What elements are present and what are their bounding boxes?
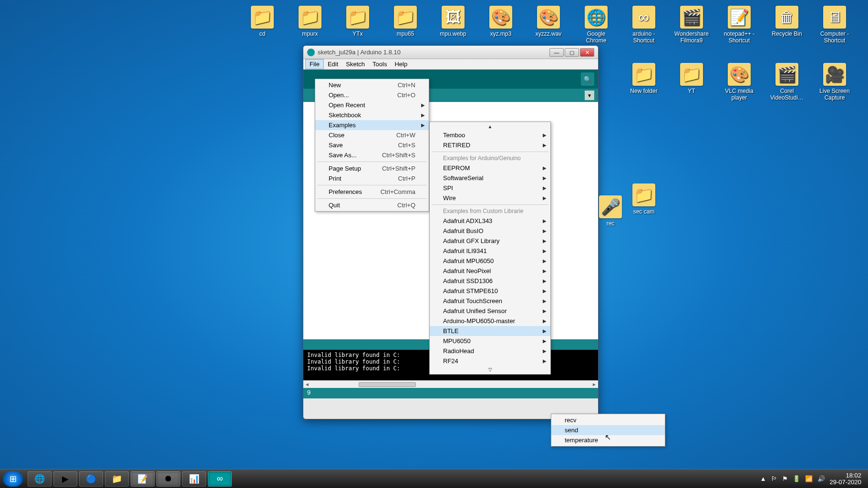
example-adafruit-busio[interactable]: Adafruit BusIO▶ [430,226,550,236]
desktop-icon-xyzzz-wav[interactable]: 🎨xyzzz.wav [529,6,568,37]
folder-icon: 📁 [346,6,369,29]
example-radiohead[interactable]: RadioHead▶ [430,346,550,356]
task-notepad[interactable]: 📝 [131,471,155,487]
example-eeprom[interactable]: EEPROM▶ [430,163,550,173]
window-title: sketch_jul29a | Arduino 1.8.10 [318,49,549,56]
menuitem-new[interactable]: NewCtrl+N [315,80,429,90]
example-adafruit-touchscreen[interactable]: Adafruit TouchScreen▶ [430,296,550,306]
example-wire[interactable]: Wire▶ [430,193,550,203]
tray-volume-icon[interactable]: 🔊 [817,475,825,482]
task-arduino[interactable]: ∞ [208,471,232,487]
scroll-cap[interactable]: ▲ [430,123,550,130]
desktop-icon-corel-videostudi-[interactable]: 🎬Corel VideoStudi… [768,63,806,101]
menuitem-open-[interactable]: Open...Ctrl+O [315,90,429,100]
menuitem-save[interactable]: SaveCtrl+S [315,140,429,150]
example-adafruit-ssd1306[interactable]: Adafruit SSD1306▶ [430,276,550,286]
horizontal-scrollbar[interactable]: ◄► [303,380,598,388]
folder-icon: 📁 [632,183,655,206]
folder-icon: 🎬 [775,63,798,86]
scroll-cap[interactable]: ▽ [430,366,550,373]
desktop-icon-computer-shortcut[interactable]: 🖥Computer - Shortcut [816,6,854,44]
desktop-icon-xyz-mp3[interactable]: 🎨xyz.mp3 [482,6,520,37]
task-ie[interactable]: 🌐 [28,471,52,487]
menuitem-print[interactable]: PrintCtrl+P [315,173,429,183]
btle-recv[interactable]: recv [551,415,665,425]
example-adafruit-unified-sensor[interactable]: Adafruit Unified Sensor▶ [430,306,550,316]
tray-flag-icon[interactable]: ⚑ [782,475,788,482]
desktop-icon-sec-cam[interactable]: 📁sec cam [625,183,663,215]
menu-file[interactable]: File [305,59,324,69]
folder-icon: 📁 [632,63,655,86]
desktop-icon-new-folder[interactable]: 📁New folder [625,63,663,94]
system-tray[interactable]: ▲ 🏳 ⚑ 🔋 📶 🔊 18:02 29-07-2020 [760,472,865,486]
tray-power-icon[interactable]: 🔋 [793,475,800,482]
btle-send[interactable]: send [551,425,665,435]
task-chrome[interactable]: 🔵 [79,471,103,487]
desktop-icon-recycle-bin[interactable]: 🗑Recycle Bin [768,6,806,37]
tray-action-icon[interactable]: 🏳 [771,475,777,482]
close-button[interactable]: ✕ [580,48,594,57]
example-adafruit-neopixel[interactable]: Adafruit NeoPixel▶ [430,266,550,276]
example-adafruit-ili9341[interactable]: Adafruit ILI9341▶ [430,246,550,256]
example-temboo[interactable]: Temboo▶ [430,130,550,140]
desktop-icon-live-screen-capture[interactable]: 🎥Live Screen Capture [816,63,854,101]
menu-tools[interactable]: Tools [369,60,391,69]
desktop-icon-arduino-shortcut[interactable]: ∞arduino - Shortcut [625,6,663,44]
task-explorer[interactable]: 📁 [105,471,129,487]
task-app[interactable]: 📊 [182,471,206,487]
tab-dropdown-icon[interactable]: ▼ [585,91,594,100]
folder-icon: 📁 [394,6,417,29]
menuitem-open-recent[interactable]: Open Recent▶ [315,100,429,110]
example-rf24[interactable]: RF24▶ [430,356,550,366]
minimize-button[interactable]: — [549,48,564,57]
desktop-icon-wondershare-filmora9[interactable]: 🎬Wondershare Filmora9 [672,6,711,44]
folder-icon: 🎤 [599,195,622,218]
example-arduino-mpu6050-master[interactable]: Arduino-MPU6050-master▶ [430,316,550,326]
desktop-icon-yt[interactable]: 📁YT [672,63,711,94]
desktop-icon-vlc-media-player[interactable]: 🎨VLC media player [720,63,758,101]
folder-icon: 📁 [299,6,321,29]
task-wmp[interactable]: ▶ [53,471,77,487]
btle-temperature[interactable]: temperature [551,435,665,445]
menuitem-preferences[interactable]: PreferencesCtrl+Comma [315,187,429,197]
example-adafruit-mpu6050[interactable]: Adafruit MPU6050▶ [430,256,550,266]
menuitem-page-setup[interactable]: Page SetupCtrl+Shift+P [315,163,429,173]
folder-icon: 🎨 [537,6,560,29]
maximize-button[interactable]: ▢ [565,48,579,57]
tray-up-icon[interactable]: ▲ [760,475,766,482]
menu-sketch[interactable]: Sketch [342,60,369,69]
desktop-icon-cd[interactable]: 📁cd [243,6,281,37]
desktop-icon-mpu65[interactable]: 📁mpu65 [386,6,424,37]
desktop-icon-mpurx[interactable]: 📁mpurx [291,6,329,37]
example-btle[interactable]: BTLE▶ [430,326,550,336]
task-recorder[interactable]: ⏺ [156,471,180,487]
example-mpu6050[interactable]: MPU6050▶ [430,336,550,346]
serial-monitor-button[interactable]: 🔍 [581,72,594,86]
menu-help[interactable]: Help [391,60,411,69]
start-button[interactable]: ⊞ [3,471,23,487]
desktop-icon-mpu-webp[interactable]: 🖼mpu.webp [434,6,472,37]
icon-label: VLC media player [720,88,758,101]
clock[interactable]: 18:02 29-07-2020 [830,472,862,486]
example-adafruit-stmpe610[interactable]: Adafruit STMPE610▶ [430,286,550,296]
example-adafruit-adxl343[interactable]: Adafruit ADXL343▶ [430,216,550,226]
menuitem-quit[interactable]: QuitCtrl+Q [315,200,429,210]
example-retired[interactable]: RETIRED▶ [430,140,550,150]
menuitem-close[interactable]: CloseCtrl+W [315,130,429,140]
icon-label: Live Screen Capture [816,88,854,101]
example-softwareserial[interactable]: SoftwareSerial▶ [430,173,550,183]
desktop-icon-notepad-shortcut[interactable]: 📝notepad++ - Shortcut [720,6,758,44]
desktop-icon-google-chrome[interactable]: 🌐Google Chrome [577,6,615,44]
menuitem-save-as-[interactable]: Save As...Ctrl+Shift+S [315,150,429,160]
example-adafruit-gfx-library[interactable]: Adafruit GFX Library▶ [430,236,550,246]
menuitem-sketchbook[interactable]: Sketchbook▶ [315,110,429,120]
desktop-icon-rec[interactable]: 🎤rec [591,195,630,227]
arduino-icon [307,49,315,56]
icon-label: mpurx [291,30,329,37]
tray-network-icon[interactable]: 📶 [805,475,813,482]
example-spi[interactable]: SPI▶ [430,183,550,193]
menu-edit[interactable]: Edit [324,60,342,69]
menuitem-examples[interactable]: Examples▶ [315,120,429,130]
desktop-icon-ytx[interactable]: 📁YTx [339,6,377,37]
titlebar[interactable]: sketch_jul29a | Arduino 1.8.10 — ▢ ✕ [303,46,598,59]
